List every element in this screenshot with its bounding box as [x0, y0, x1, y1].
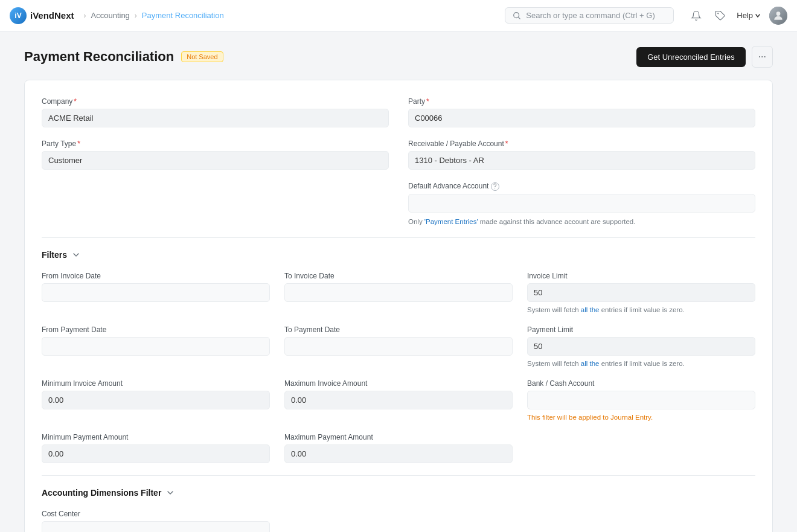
payment-limit-input[interactable]: [527, 337, 755, 356]
bank-cash-account-input[interactable]: [527, 391, 755, 409]
search-icon: [513, 11, 521, 20]
notification-button[interactable]: [688, 8, 704, 24]
receivable-input[interactable]: [408, 151, 755, 170]
filters-section-title: Filters: [42, 250, 67, 260]
page-header-actions: Get Unreconciled Entries ···: [636, 46, 773, 68]
filters-row-3: Minimum Invoice Amount Maximum Invoice A…: [42, 379, 755, 421]
from-payment-date-group: From Payment Date: [42, 325, 270, 367]
svg-line-1: [518, 17, 520, 19]
receivable-label: Receivable / Payable Account*: [408, 139, 755, 148]
payment-limit-label: Payment Limit: [527, 325, 755, 334]
help-label: Help: [737, 11, 753, 20]
section-divider-2: [42, 475, 755, 476]
page-title: Payment Reconciliation: [24, 49, 174, 65]
advance-account-row: Default Advance Account ? Only 'Payment …: [42, 182, 755, 225]
search-placeholder: Search or type a command (Ctrl + G): [526, 11, 655, 20]
party-type-input[interactable]: [42, 151, 389, 170]
company-label: Company*: [42, 97, 389, 106]
tag-button[interactable]: [712, 8, 728, 24]
company-input[interactable]: [42, 109, 389, 127]
min-payment-amount-input[interactable]: [42, 444, 270, 463]
invoice-limit-hint: System will fetch all the entries if lim…: [527, 306, 755, 313]
invoice-limit-group: Invoice Limit System will fetch all the …: [527, 272, 755, 313]
party-input[interactable]: [408, 109, 755, 127]
max-payment-amount-label: Maximum Payment Amount: [284, 433, 513, 441]
from-invoice-date-label: From Invoice Date: [42, 272, 270, 280]
max-invoice-amount-group: Maximum Invoice Amount: [284, 379, 513, 421]
advance-account-group: Default Advance Account ? Only 'Payment …: [408, 182, 755, 225]
max-payment-amount-input[interactable]: [284, 444, 513, 463]
min-invoice-amount-group: Minimum Invoice Amount: [42, 379, 270, 421]
bell-icon: [691, 10, 702, 21]
svg-point-2: [717, 13, 719, 14]
advance-account-input[interactable]: [408, 194, 755, 213]
logo-icon: iV: [10, 7, 27, 24]
nav-actions: Help: [688, 7, 787, 25]
filters-chevron-icon: [72, 251, 80, 259]
cost-center-input[interactable]: [42, 521, 270, 533]
to-invoice-date-group: To Invoice Date: [284, 272, 513, 313]
from-payment-date-input[interactable]: [42, 337, 270, 356]
company-party-row: Company* Party*: [42, 97, 755, 127]
from-payment-date-label: From Payment Date: [42, 325, 270, 334]
get-unreconciled-entries-button[interactable]: Get Unreconciled Entries: [636, 47, 746, 67]
breadcrumb-sep-2: ›: [135, 11, 137, 20]
chevron-down-icon: [755, 13, 761, 19]
receivable-group: Receivable / Payable Account*: [408, 139, 755, 170]
filters-row-1: From Invoice Date To Invoice Date Invoic…: [42, 272, 755, 313]
party-type-group: Party Type*: [42, 139, 389, 170]
min-payment-amount-group: Minimum Payment Amount: [42, 433, 270, 463]
app-logo[interactable]: iV iVendNext: [10, 7, 74, 24]
svg-point-3: [776, 11, 781, 16]
party-group: Party*: [408, 97, 755, 127]
filters-row-2: From Payment Date To Payment Date Paymen…: [42, 325, 755, 367]
max-invoice-amount-input[interactable]: [284, 391, 513, 409]
page-header: Payment Reconciliation Not Saved Get Unr…: [24, 46, 773, 68]
cost-center-group: Cost Center: [42, 510, 270, 533]
min-payment-amount-label: Minimum Payment Amount: [42, 433, 270, 441]
filters-row-4: Minimum Payment Amount Maximum Payment A…: [42, 433, 755, 463]
bank-cash-account-group: Bank / Cash Account This filter will be …: [527, 379, 755, 421]
help-button[interactable]: Help: [737, 11, 761, 20]
to-invoice-date-label: To Invoice Date: [284, 272, 513, 280]
breadcrumb-sep-1: ›: [84, 11, 86, 20]
avatar-image: [769, 7, 787, 25]
advance-account-help-icon[interactable]: ?: [491, 182, 499, 191]
advance-account-note: Only 'Payment Entries' made against this…: [408, 218, 755, 225]
advance-account-label: Default Advance Account ?: [408, 182, 755, 191]
accounting-dimensions-title: Accounting Dimensions Filter: [42, 488, 161, 498]
party-type-receivable-row: Party Type* Receivable / Payable Account…: [42, 139, 755, 170]
max-invoice-amount-label: Maximum Invoice Amount: [284, 379, 513, 388]
bank-cash-hint: This filter will be applied to Journal E…: [527, 414, 755, 421]
accounting-dimensions-chevron-icon: [166, 489, 174, 497]
company-group: Company*: [42, 97, 389, 127]
page-container: Payment Reconciliation Not Saved Get Unr…: [12, 31, 785, 532]
to-payment-date-input[interactable]: [284, 337, 513, 356]
to-invoice-date-input[interactable]: [284, 283, 513, 302]
section-divider-1: [42, 237, 755, 238]
payment-limit-hint: System will fetch all the entries if lim…: [527, 360, 755, 367]
party-type-label: Party Type*: [42, 139, 389, 148]
main-card: Company* Party* Party Type* Rec: [24, 80, 773, 532]
accounting-dimensions-row: Cost Center: [42, 510, 755, 533]
cost-center-label: Cost Center: [42, 510, 270, 518]
from-invoice-date-input[interactable]: [42, 283, 270, 302]
max-payment-amount-group: Maximum Payment Amount: [284, 433, 513, 463]
breadcrumb-accounting[interactable]: Accounting: [91, 11, 130, 20]
to-payment-date-label: To Payment Date: [284, 325, 513, 334]
from-invoice-date-group: From Invoice Date: [42, 272, 270, 313]
more-options-button[interactable]: ···: [752, 46, 773, 68]
app-name: iVendNext: [30, 10, 74, 21]
accounting-dimensions-section-header[interactable]: Accounting Dimensions Filter: [42, 488, 755, 498]
avatar[interactable]: [769, 7, 787, 25]
invoice-limit-input[interactable]: [527, 283, 755, 302]
invoice-limit-label: Invoice Limit: [527, 272, 755, 280]
search-bar[interactable]: Search or type a command (Ctrl + G): [505, 7, 674, 24]
party-label: Party*: [408, 97, 755, 106]
filters-section-header[interactable]: Filters: [42, 250, 755, 260]
payment-limit-group: Payment Limit System will fetch all the …: [527, 325, 755, 367]
min-invoice-amount-label: Minimum Invoice Amount: [42, 379, 270, 388]
min-invoice-amount-input[interactable]: [42, 391, 270, 409]
page-title-area: Payment Reconciliation Not Saved: [24, 49, 223, 65]
bank-cash-account-label: Bank / Cash Account: [527, 379, 755, 388]
